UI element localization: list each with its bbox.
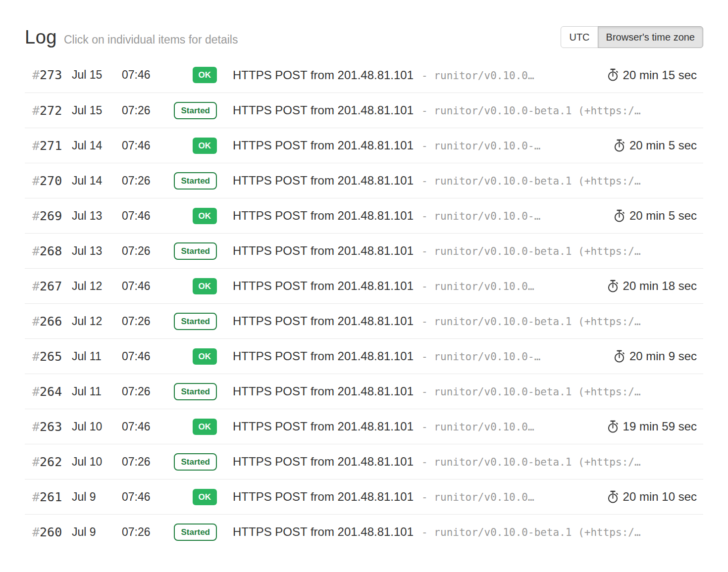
event-user-agent: - runitor/v0.10.0-beta.1 (+https:/… bbox=[421, 316, 641, 328]
event-source-text: HTTPS POST from 201.48.81.101 bbox=[233, 68, 414, 82]
event-id: #267 bbox=[32, 279, 72, 293]
log-row[interactable]: #265 Jul 11 07:46 OK HTTPS POST from 201… bbox=[25, 338, 703, 374]
log-row[interactable]: #271 Jul 14 07:46 OK HTTPS POST from 201… bbox=[25, 128, 703, 163]
event-date: Jul 12 bbox=[72, 280, 122, 293]
log-row[interactable]: #268 Jul 13 07:26 Started HTTPS POST fro… bbox=[25, 233, 703, 268]
status-badge: OK bbox=[193, 208, 217, 224]
event-date: Jul 10 bbox=[72, 455, 122, 469]
event-duration: 20 min 5 sec bbox=[605, 209, 697, 223]
event-date: Jul 9 bbox=[72, 490, 122, 504]
status-badge: Started bbox=[174, 172, 217, 190]
event-source-text: HTTPS POST from 201.48.81.101 bbox=[233, 490, 414, 504]
stopwatch-icon bbox=[614, 209, 625, 223]
event-date: Jul 11 bbox=[72, 385, 122, 398]
event-id-number: 270 bbox=[40, 174, 62, 188]
stopwatch-icon bbox=[607, 490, 619, 504]
event-date: Jul 11 bbox=[72, 350, 122, 363]
event-id: #265 bbox=[32, 349, 72, 364]
event-id-hash: # bbox=[32, 384, 40, 399]
event-duration: 19 min 59 sec bbox=[598, 420, 697, 433]
status-badge-cell: Started bbox=[169, 313, 217, 330]
event-id-number: 263 bbox=[40, 420, 62, 434]
event-id: #264 bbox=[32, 384, 72, 399]
event-user-agent: - runitor/v0.10.0… bbox=[421, 491, 534, 503]
event-id-number: 261 bbox=[40, 490, 62, 504]
status-badge: Started bbox=[174, 102, 217, 119]
event-source-text: HTTPS POST from 201.48.81.101 bbox=[233, 174, 414, 188]
event-date: Jul 9 bbox=[72, 525, 122, 539]
log-row[interactable]: #261 Jul 9 07:46 OK HTTPS POST from 201.… bbox=[25, 479, 703, 514]
status-badge-cell: OK bbox=[169, 278, 217, 294]
event-description: HTTPS POST from 201.48.81.101 - runitor/… bbox=[233, 209, 605, 223]
stopwatch-icon bbox=[607, 68, 619, 82]
status-badge-cell: OK bbox=[169, 489, 217, 505]
title-wrap: Log Click on individual items for detail… bbox=[25, 27, 238, 48]
event-time: 07:46 bbox=[122, 280, 169, 293]
event-id: #271 bbox=[32, 139, 72, 153]
event-id-hash: # bbox=[32, 279, 40, 293]
status-badge: Started bbox=[174, 524, 217, 541]
event-id-hash: # bbox=[32, 455, 40, 469]
status-badge-cell: Started bbox=[169, 172, 217, 190]
event-user-agent: - runitor/v0.10.0… bbox=[421, 421, 534, 433]
event-date: Jul 14 bbox=[72, 174, 122, 188]
log-row[interactable]: #264 Jul 11 07:26 Started HTTPS POST fro… bbox=[25, 374, 703, 409]
event-user-agent: - runitor/v0.10.0-… bbox=[421, 140, 540, 152]
event-id-hash: # bbox=[32, 420, 40, 434]
event-source-text: HTTPS POST from 201.48.81.101 bbox=[233, 103, 414, 117]
duration-text: 20 min 18 sec bbox=[623, 279, 697, 293]
event-id-hash: # bbox=[32, 209, 40, 223]
event-user-agent: - runitor/v0.10.0-beta.1 (+https:/… bbox=[421, 526, 641, 538]
event-source-text: HTTPS POST from 201.48.81.101 bbox=[233, 139, 414, 152]
log-row[interactable]: #273 Jul 15 07:46 OK HTTPS POST from 201… bbox=[25, 57, 703, 93]
event-id: #269 bbox=[32, 209, 72, 223]
event-id-hash: # bbox=[32, 349, 40, 364]
event-description: HTTPS POST from 201.48.81.101 - runitor/… bbox=[233, 314, 697, 328]
event-date: Jul 12 bbox=[72, 315, 122, 328]
log-row[interactable]: #266 Jul 12 07:26 Started HTTPS POST fro… bbox=[25, 303, 703, 338]
status-badge-cell: OK bbox=[169, 348, 217, 365]
event-id: #270 bbox=[32, 174, 72, 188]
event-description: HTTPS POST from 201.48.81.101 - runitor/… bbox=[233, 279, 598, 293]
event-user-agent: - runitor/v0.10.0… bbox=[421, 70, 534, 82]
log-row[interactable]: #263 Jul 10 07:46 OK HTTPS POST from 201… bbox=[25, 409, 703, 444]
duration-text: 20 min 5 sec bbox=[629, 209, 697, 223]
status-badge: OK bbox=[193, 138, 217, 154]
log-row[interactable]: #262 Jul 10 07:26 Started HTTPS POST fro… bbox=[25, 444, 703, 479]
status-badge: Started bbox=[174, 453, 217, 471]
event-id: #260 bbox=[32, 525, 72, 539]
log-row[interactable]: #260 Jul 9 07:26 Started HTTPS POST from… bbox=[25, 514, 703, 549]
event-duration: 20 min 18 sec bbox=[598, 279, 697, 293]
event-duration: 20 min 5 sec bbox=[605, 139, 697, 152]
event-description: HTTPS POST from 201.48.81.101 - runitor/… bbox=[233, 420, 598, 433]
status-badge-cell: OK bbox=[169, 138, 217, 154]
event-duration: 20 min 9 sec bbox=[605, 349, 697, 363]
status-badge-cell: Started bbox=[169, 383, 217, 400]
log-row[interactable]: #269 Jul 13 07:46 OK HTTPS POST from 201… bbox=[25, 198, 703, 233]
event-id-number: 269 bbox=[40, 209, 62, 223]
status-badge-cell: OK bbox=[169, 419, 217, 435]
status-badge-cell: Started bbox=[169, 524, 217, 541]
log-row[interactable]: #270 Jul 14 07:26 Started HTTPS POST fro… bbox=[25, 163, 703, 198]
event-time: 07:26 bbox=[122, 104, 169, 117]
event-id-hash: # bbox=[32, 139, 40, 153]
utc-button[interactable]: UTC bbox=[561, 26, 598, 48]
event-id-number: 262 bbox=[40, 455, 62, 469]
event-id: #268 bbox=[32, 244, 72, 258]
event-id-number: 272 bbox=[40, 103, 62, 118]
stopwatch-icon bbox=[614, 350, 625, 363]
event-source-text: HTTPS POST from 201.48.81.101 bbox=[233, 420, 414, 433]
status-badge-cell: Started bbox=[169, 453, 217, 471]
event-id-hash: # bbox=[32, 103, 40, 118]
event-source-text: HTTPS POST from 201.48.81.101 bbox=[233, 525, 414, 539]
event-id-hash: # bbox=[32, 314, 40, 329]
event-duration: 20 min 10 sec bbox=[598, 490, 697, 504]
log-row[interactable]: #272 Jul 15 07:26 Started HTTPS POST fro… bbox=[25, 93, 703, 128]
event-date: Jul 13 bbox=[72, 209, 122, 223]
status-badge: OK bbox=[193, 67, 217, 83]
log-row[interactable]: #267 Jul 12 07:46 OK HTTPS POST from 201… bbox=[25, 268, 703, 303]
browser-timezone-button[interactable]: Browser's time zone bbox=[598, 26, 703, 48]
event-description: HTTPS POST from 201.48.81.101 - runitor/… bbox=[233, 455, 697, 469]
event-time: 07:26 bbox=[122, 174, 169, 188]
duration-text: 19 min 59 sec bbox=[623, 420, 697, 433]
